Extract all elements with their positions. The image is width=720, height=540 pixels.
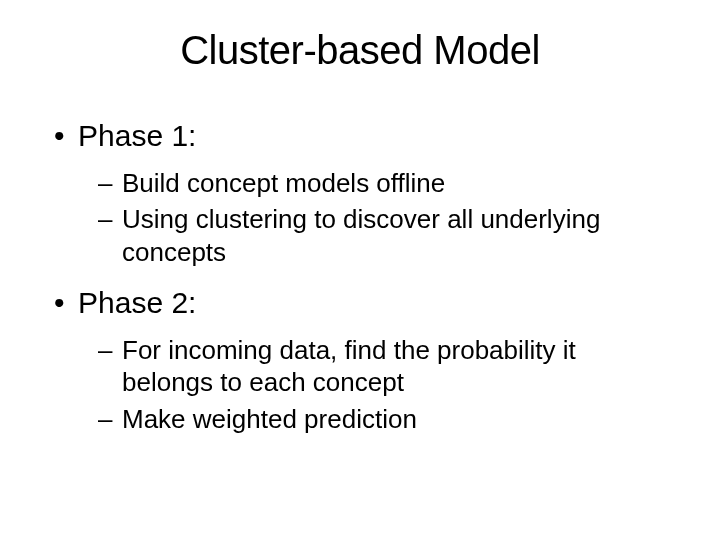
bullet-list: Phase 1: Build concept models offline Us… xyxy=(50,117,670,435)
spacer xyxy=(50,272,670,284)
list-item: For incoming data, find the probability … xyxy=(50,334,670,399)
slide-title: Cluster-based Model xyxy=(50,28,670,73)
list-item: Using clustering to discover all underly… xyxy=(50,203,670,268)
list-item: Make weighted prediction xyxy=(50,403,670,436)
list-item: Phase 2: xyxy=(50,284,670,322)
list-item: Phase 1: xyxy=(50,117,670,155)
list-item: Build concept models offline xyxy=(50,167,670,200)
